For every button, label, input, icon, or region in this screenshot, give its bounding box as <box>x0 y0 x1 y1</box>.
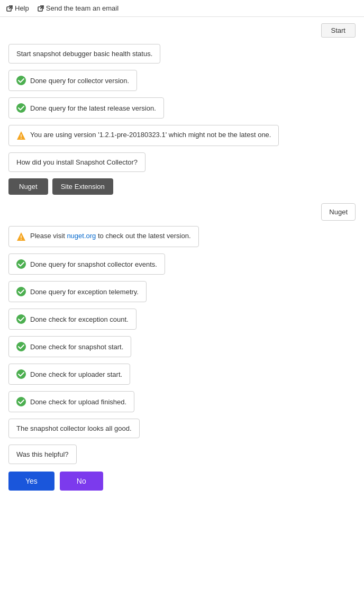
exception-count-message: Done check for exception count. <box>8 309 136 330</box>
exception-telemetry-text: Done query for exception telemetry. <box>30 288 139 296</box>
nuget-visit-row: ! Please visit nuget.org to check out th… <box>8 226 356 252</box>
helpful-text: Was this helpful? <box>16 450 69 458</box>
nuget-response-row: Nuget <box>8 203 356 221</box>
version-warning-message: ! You are using version '1.2.1-pre-20180… <box>8 125 279 146</box>
latest-release-row: Done query for the latest release versio… <box>8 97 356 124</box>
exception-telemetry-row: Done query for exception telemetry. <box>8 281 356 307</box>
install-question-text: How did you install Snapshot Collector? <box>16 158 138 166</box>
warn-icon-nuget: ! <box>16 232 26 241</box>
svg-point-10 <box>16 259 26 269</box>
email-label: Send the team an email <box>46 4 119 12</box>
snapshot-events-text: Done query for snapshot collector events… <box>30 260 157 268</box>
snapshot-events-message: Done query for snapshot collector events… <box>8 253 165 275</box>
svg-line-3 <box>40 6 43 9</box>
uploader-start-text: Done check for uploader start. <box>30 370 122 378</box>
looks-good-message: The snapshot collector looks all good. <box>8 419 140 438</box>
svg-point-14 <box>16 369 26 379</box>
external-link-icon <box>6 5 13 12</box>
svg-point-15 <box>16 397 26 406</box>
nuget-response-text: Nuget <box>329 208 348 216</box>
svg-text:!: ! <box>20 134 22 140</box>
check-icon-release <box>16 103 26 113</box>
nuget-visit-text: Please visit nuget.org to check out the … <box>30 232 191 240</box>
help-label: Help <box>15 4 29 12</box>
uploader-start-message: Done check for uploader start. <box>8 364 130 385</box>
upload-finished-message: Done check for upload finished. <box>8 391 134 412</box>
snapshot-start-text: Done check for snapshot start. <box>30 343 123 351</box>
version-warning-text: You are using version '1.2.1-pre-2018032… <box>30 131 271 139</box>
svg-point-5 <box>16 103 26 113</box>
snapshot-start-message: Done check for snapshot start. <box>8 336 131 357</box>
check-icon-snapshot-start <box>16 342 26 351</box>
site-extension-button[interactable]: Site Extension <box>52 178 113 195</box>
email-link[interactable]: Send the team an email <box>38 4 119 12</box>
start-message-text: Start snapshot debugger basic health sta… <box>16 50 152 58</box>
install-question-row: How did you install Snapshot Collector? <box>8 152 356 177</box>
nuget-visit-prefix: Please visit <box>30 232 67 240</box>
start-message: Start snapshot debugger basic health sta… <box>8 44 160 64</box>
external-link-icon2 <box>38 5 44 12</box>
nuget-visit-message: ! Please visit nuget.org to check out th… <box>8 226 199 247</box>
svg-point-4 <box>16 76 26 85</box>
helpful-btn-row: Yes No <box>8 472 356 491</box>
version-warning-row: ! You are using version '1.2.1-pre-20180… <box>8 125 356 151</box>
exception-count-text: Done check for exception count. <box>30 315 129 323</box>
collector-version-row: Done query for collector version. <box>8 70 356 96</box>
start-button[interactable]: Start <box>321 23 356 38</box>
latest-release-text: Done query for the latest release versio… <box>30 104 156 112</box>
start-message-row: Start snapshot debugger basic health sta… <box>8 44 356 69</box>
collector-version-message: Done query for collector version. <box>8 70 137 91</box>
nuget-response-message: Nuget <box>321 203 356 221</box>
install-question-message: How did you install Snapshot Collector? <box>8 152 145 172</box>
check-icon-upload-finished <box>16 397 26 406</box>
check-icon-uploader-start <box>16 369 26 379</box>
latest-release-message: Done query for the latest release versio… <box>8 97 164 119</box>
snapshot-start-row: Done check for snapshot start. <box>8 336 356 363</box>
upload-finished-row: Done check for upload finished. <box>8 391 356 418</box>
collector-version-text: Done query for collector version. <box>30 77 129 85</box>
svg-line-1 <box>9 6 12 9</box>
check-icon-exception-telemetry <box>16 287 26 296</box>
svg-point-13 <box>16 342 26 351</box>
check-icon-collector <box>16 76 26 85</box>
no-button[interactable]: No <box>60 472 103 491</box>
svg-point-12 <box>16 314 26 324</box>
exception-telemetry-message: Done query for exception telemetry. <box>8 281 147 302</box>
help-link[interactable]: Help <box>6 4 29 12</box>
snapshot-events-row: Done query for snapshot collector events… <box>8 253 356 280</box>
looks-good-row: The snapshot collector looks all good. <box>8 419 356 443</box>
warn-icon-version: ! <box>16 131 26 140</box>
helpful-row: Was this helpful? <box>8 445 356 469</box>
looks-good-text: The snapshot collector looks all good. <box>16 424 132 432</box>
nuget-link[interactable]: nuget.org <box>67 232 96 240</box>
install-btn-row: Nuget Site Extension <box>8 178 356 195</box>
top-bar: Help Send the team an email <box>0 0 364 17</box>
yes-button[interactable]: Yes <box>8 472 54 491</box>
uploader-start-row: Done check for uploader start. <box>8 364 356 390</box>
main-content: Start Start snapshot debugger basic heal… <box>0 17 364 497</box>
exception-count-row: Done check for exception count. <box>8 309 356 335</box>
svg-text:!: ! <box>20 235 22 241</box>
start-btn-row: Start <box>8 23 356 38</box>
nuget-visit-suffix: to check out the latest version. <box>96 232 190 240</box>
check-icon-exception-count <box>16 314 26 324</box>
helpful-message: Was this helpful? <box>8 445 77 464</box>
nuget-button[interactable]: Nuget <box>8 178 48 195</box>
svg-point-11 <box>16 287 26 296</box>
check-icon-snapshot-events <box>16 259 26 269</box>
upload-finished-text: Done check for upload finished. <box>30 398 126 406</box>
